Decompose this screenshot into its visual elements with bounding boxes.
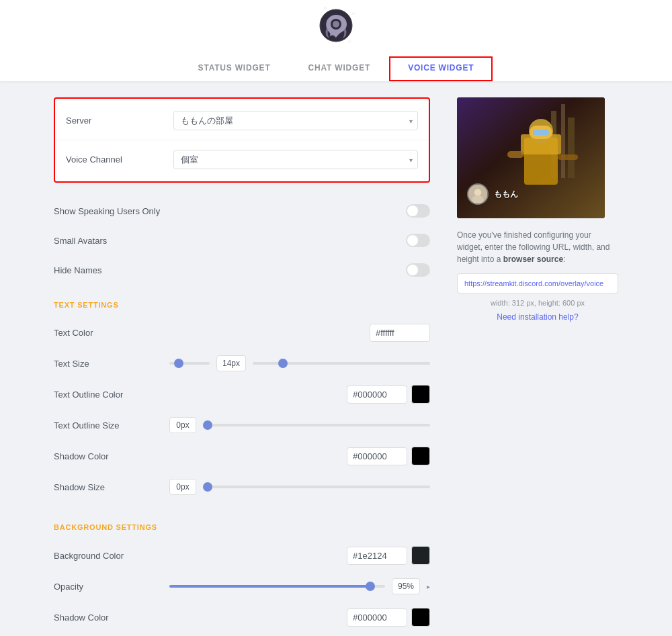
text-outline-size-row: Text Outline Size 0px — [54, 410, 430, 440]
text-outline-size-badge: 0px — [169, 417, 196, 433]
browser-source-link: browser source — [503, 255, 563, 264]
text-color-input[interactable] — [370, 324, 430, 342]
shadow-size-badge: 0px — [169, 479, 196, 495]
top-navigation: STATUS WIDGET CHAT WIDGET VOICE WIDGET — [0, 0, 672, 81]
bg-color-row: Background Color — [54, 539, 430, 572]
show-speaking-label: Show Speaking Users Only — [54, 206, 160, 216]
channel-label: Voice Channel — [66, 154, 173, 165]
text-size-label: Text Size — [54, 359, 161, 369]
text-color-row: Text Color — [54, 317, 430, 349]
shadow-size-slider[interactable] — [203, 486, 430, 488]
bg-color-input-wrapper — [347, 546, 430, 565]
logo-container — [319, 8, 353, 46]
shadow-size-label: Shadow Size — [54, 482, 161, 492]
svg-rect-5 — [561, 104, 565, 178]
text-color-input-wrapper — [370, 324, 430, 342]
tab-chat[interactable]: CHAT WIDGET — [290, 56, 390, 81]
shadow-color-input[interactable] — [347, 447, 407, 465]
left-panel: Server ももんの部屋 ▾ Voice Channel 個室 ▾ — [54, 97, 430, 633]
svg-point-15 — [474, 189, 482, 196]
preview-gradient: ももん — [457, 97, 605, 218]
preview-image: ももん — [457, 97, 605, 218]
server-select-wrapper: ももんの部屋 ▾ — [173, 111, 418, 130]
preview-description: Once you've finished configuring your wi… — [457, 229, 618, 265]
small-avatars-label: Small Avatars — [54, 236, 107, 246]
right-panel: ももん Once you've finished configuring you… — [457, 97, 618, 633]
bg-shadow-color-input-wrapper — [347, 608, 430, 627]
hide-names-label: Hide Names — [54, 265, 102, 275]
bg-shadow-color-row: Shadow Color — [54, 601, 430, 633]
channel-select[interactable]: 個室 — [173, 150, 418, 169]
main-content: Server ももんの部屋 ▾ Voice Channel 個室 ▾ — [0, 81, 672, 636]
svg-rect-12 — [507, 151, 524, 158]
help-link[interactable]: Need installation help? — [457, 312, 618, 322]
shadow-color-row: Shadow Color — [54, 440, 430, 472]
server-field-row: Server ももんの部屋 ▾ — [55, 101, 429, 140]
shadow-color-input-wrapper — [347, 447, 430, 465]
text-outline-size-slider[interactable] — [203, 424, 430, 426]
text-outline-color-label: Text Outline Color — [54, 390, 161, 400]
hide-names-row: Hide Names — [54, 255, 430, 285]
avatar-name: ももん — [494, 189, 518, 200]
server-label: Server — [66, 116, 173, 126]
bg-color-label: Background Color — [54, 551, 161, 561]
opacity-slider-wrapper: 95% ▸ — [169, 578, 430, 594]
text-size-slider-right[interactable] — [253, 362, 430, 365]
text-size-badge: 14px — [216, 355, 246, 371]
shadow-size-slider-wrapper: 0px — [169, 479, 430, 495]
bg-shadow-color-label: Shadow Color — [54, 612, 161, 623]
small-avatars-toggle[interactable] — [406, 234, 430, 247]
text-size-slider[interactable] — [169, 362, 210, 365]
text-size-row: Text Size 14px — [54, 349, 430, 378]
opacity-row: Opacity 95% ▸ — [54, 572, 430, 601]
text-outline-color-input-wrapper — [347, 385, 430, 404]
channel-field-row: Voice Channel 個室 ▾ — [55, 140, 429, 179]
svg-point-16 — [472, 195, 484, 205]
show-speaking-row: Show Speaking Users Only — [54, 196, 430, 226]
svg-rect-13 — [558, 154, 578, 160]
shadow-color-swatch[interactable] — [411, 447, 430, 465]
background-settings-header: BACKGROUND SETTINGS — [54, 523, 430, 531]
show-speaking-toggle[interactable] — [406, 204, 430, 218]
svg-rect-11 — [533, 130, 549, 135]
small-avatars-row: Small Avatars — [54, 226, 430, 255]
shadow-size-row: Shadow Size 0px — [54, 472, 430, 502]
text-outline-color-row: Text Outline Color — [54, 378, 430, 410]
text-color-label: Text Color — [54, 328, 161, 338]
tab-voice[interactable]: VOICE WIDGET — [389, 56, 493, 81]
opacity-arrow-icon: ▸ — [427, 583, 430, 590]
preview-avatar: ももん — [467, 183, 518, 205]
text-outline-size-slider-wrapper: 0px — [169, 417, 430, 433]
channel-select-wrapper: 個室 ▾ — [173, 150, 418, 169]
tab-status[interactable]: STATUS WIDGET — [179, 56, 290, 81]
obs-logo — [319, 8, 353, 43]
text-outline-color-input[interactable] — [347, 385, 407, 404]
svg-point-2 — [333, 21, 339, 28]
nav-tabs: STATUS WIDGET CHAT WIDGET VOICE WIDGET — [179, 56, 493, 81]
bg-shadow-color-swatch[interactable] — [411, 608, 430, 627]
svg-rect-6 — [568, 118, 575, 178]
avatar-circle — [467, 183, 489, 205]
server-channel-box: Server ももんの部屋 ▾ Voice Channel 個室 ▾ — [54, 97, 430, 183]
bg-color-swatch[interactable] — [411, 546, 430, 565]
bg-color-input[interactable] — [347, 547, 407, 565]
bg-shadow-color-input[interactable] — [347, 608, 407, 627]
hide-names-toggle[interactable] — [406, 263, 430, 277]
text-outline-color-swatch[interactable] — [411, 385, 430, 404]
opacity-badge: 95% — [392, 578, 420, 594]
url-box: https://streamkit.discord.com/overlay/vo… — [457, 273, 618, 293]
shadow-color-label: Shadow Color — [54, 451, 161, 461]
opacity-slider[interactable] — [169, 585, 385, 588]
server-select[interactable]: ももんの部屋 — [173, 111, 418, 130]
text-outline-size-label: Text Outline Size — [54, 420, 161, 430]
text-settings-header: TEXT SETTINGS — [54, 301, 430, 309]
dimensions-text: width: 312 px, height: 600 px — [457, 299, 618, 307]
opacity-label: Opacity — [54, 582, 161, 592]
text-size-slider-wrapper: 14px — [169, 355, 430, 371]
